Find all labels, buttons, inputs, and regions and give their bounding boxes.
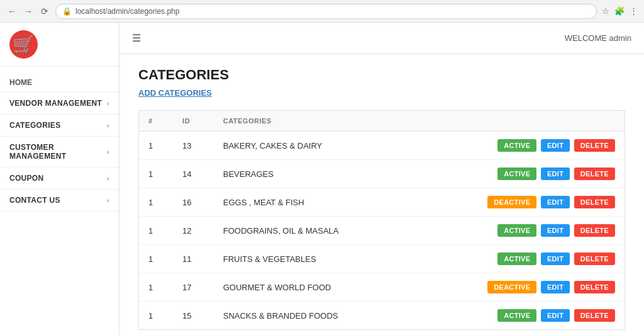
sidebar-logo: 🛒 [0,23,119,67]
content-inner: CATEGORIES ADD CATEGORIES # ID CATEGORIE… [119,54,644,335]
table-row: 1 17 GOURMET & WORLD FOOD DEACTIVE EDIT … [139,273,625,302]
cell-num: 1 [139,132,173,160]
cell-category: FOODGRAINS, OIL & MASALA [214,217,409,245]
col-header-actions [409,111,625,132]
topbar-left: ☰ [132,32,141,44]
cell-num: 1 [139,188,173,217]
cell-actions: ACTIVE EDIT DELETE [409,132,625,160]
cell-actions: ACTIVE EDIT DELETE [409,302,625,330]
cell-category: EGGS , MEAT & FISH [214,188,409,217]
table-row: 1 15 SNACKS & BRANDED FOODS ACTIVE EDIT … [139,302,625,330]
main-content: ☰ WELCOME admin CATEGORIES ADD CATEGORIE… [119,23,644,335]
refresh-button[interactable]: ⟳ [39,6,50,17]
status-button[interactable]: DEACTIVE [487,196,536,208]
puzzle-icon[interactable]: 🧩 [614,6,625,16]
cell-num: 1 [139,273,173,302]
delete-button[interactable]: DELETE [574,196,615,208]
edit-button[interactable]: EDIT [541,253,570,265]
browser-bar: ← → ⟳ 🔒 localhost/admin/categories.php ☆… [0,0,644,23]
chevron-icon-categories: › [107,122,109,129]
hamburger-icon[interactable]: ☰ [132,32,141,44]
url-text: localhost/admin/categories.php [75,7,179,16]
cell-num: 1 [139,302,173,330]
cell-id: 17 [173,273,214,302]
delete-button[interactable]: DELETE [574,139,615,152]
logo-circle: 🛒 [9,30,38,59]
edit-button[interactable]: EDIT [541,139,570,152]
sidebar-item-contact-us[interactable]: CONTACT US › [0,190,119,212]
table-row: 1 12 FOODGRAINS, OIL & MASALA ACTIVE EDI… [139,217,625,245]
chevron-icon-coupon: › [107,174,109,182]
edit-button[interactable]: EDIT [541,309,570,322]
status-button[interactable]: DEACTIVE [487,281,536,293]
welcome-text: WELCOME admin [565,33,631,43]
cell-category: BEVERAGES [214,160,409,188]
cell-category: FRUITS & VEGETABLES [214,245,409,273]
chevron-icon-contact: › [107,196,109,204]
chevron-icon-vendor: › [107,99,109,107]
col-header-id: ID [173,111,214,132]
address-bar[interactable]: 🔒 localhost/admin/categories.php [55,4,597,19]
table-row: 1 13 BAKERY, CAKES & DAIRY ACTIVE EDIT D… [139,132,625,160]
delete-button[interactable]: DELETE [574,281,615,293]
categories-label: CATEGORIES [9,121,60,130]
cell-category: SNACKS & BRANDED FOODS [214,302,409,330]
cell-id: 12 [173,217,214,245]
cell-category: GOURMET & WORLD FOOD [214,273,409,302]
page-title: CATEGORIES [138,67,625,83]
add-categories-link[interactable]: ADD CATEGORIES [138,88,212,98]
menu-icon[interactable]: ⋮ [630,6,638,16]
col-header-categories: CATEGORIES [214,111,409,132]
sidebar-home: HOME [0,73,119,93]
cell-actions: ACTIVE EDIT DELETE [409,245,625,273]
browser-actions: ☆ 🧩 ⋮ [602,6,638,16]
sidebar-item-coupon[interactable]: COUPON › [0,168,119,190]
contact-us-label: CONTACT US [9,196,60,205]
sidebar-item-customer-management[interactable]: CUSTOMER MANAGEMENT › [0,137,119,168]
table-row: 1 11 FRUITS & VEGETABLES ACTIVE EDIT DEL… [139,245,625,273]
customer-management-label: CUSTOMER MANAGEMENT [9,143,107,161]
status-button[interactable]: ACTIVE [497,139,536,152]
status-button[interactable]: ACTIVE [497,309,536,322]
content-area: CATEGORIES ADD CATEGORIES # ID CATEGORIE… [119,54,644,335]
cell-actions: ACTIVE EDIT DELETE [409,217,625,245]
edit-button[interactable]: EDIT [541,281,570,293]
lock-icon: 🔒 [62,7,72,16]
home-label: HOME [9,78,32,87]
star-icon[interactable]: ☆ [602,6,609,16]
cell-id: 14 [173,160,214,188]
forward-button[interactable]: → [23,6,34,17]
back-button[interactable]: ← [6,6,18,17]
sidebar-item-categories[interactable]: CATEGORIES › [0,115,119,137]
coupon-label: COUPON [9,174,43,183]
sidebar-item-vendor-management[interactable]: VENDOR MANAGEMENT › [0,93,119,115]
table-row: 1 16 EGGS , MEAT & FISH DEACTIVE EDIT DE… [139,188,625,217]
cell-id: 15 [173,302,214,330]
categories-table-container: # ID CATEGORIES 1 13 BAKERY, CAKES & DAI… [138,110,625,330]
cell-id: 13 [173,132,214,160]
table-body: 1 13 BAKERY, CAKES & DAIRY ACTIVE EDIT D… [139,132,625,330]
cell-actions: DEACTIVE EDIT DELETE [409,273,625,302]
cell-id: 11 [173,245,214,273]
edit-button[interactable]: EDIT [541,196,570,208]
table-header: # ID CATEGORIES [139,111,625,132]
cell-category: BAKERY, CAKES & DAIRY [214,132,409,160]
cell-id: 16 [173,188,214,217]
vendor-management-label: VENDOR MANAGEMENT [9,99,102,108]
categories-table: # ID CATEGORIES 1 13 BAKERY, CAKES & DAI… [139,111,625,329]
delete-button[interactable]: DELETE [574,224,615,237]
delete-button[interactable]: DELETE [574,168,615,180]
status-button[interactable]: ACTIVE [497,253,536,265]
status-button[interactable]: ACTIVE [497,224,536,237]
delete-button[interactable]: DELETE [574,309,615,322]
edit-button[interactable]: EDIT [541,168,570,180]
logo-image: 🛒 [13,34,35,55]
topbar: ☰ WELCOME admin [119,23,644,54]
col-header-num: # [139,111,173,132]
sidebar: 🛒 HOME VENDOR MANAGEMENT › CATEGORIES › … [0,23,119,335]
status-button[interactable]: ACTIVE [497,168,536,180]
edit-button[interactable]: EDIT [541,224,570,237]
cell-actions: DEACTIVE EDIT DELETE [409,188,625,217]
delete-button[interactable]: DELETE [574,253,615,265]
cell-actions: ACTIVE EDIT DELETE [409,160,625,188]
